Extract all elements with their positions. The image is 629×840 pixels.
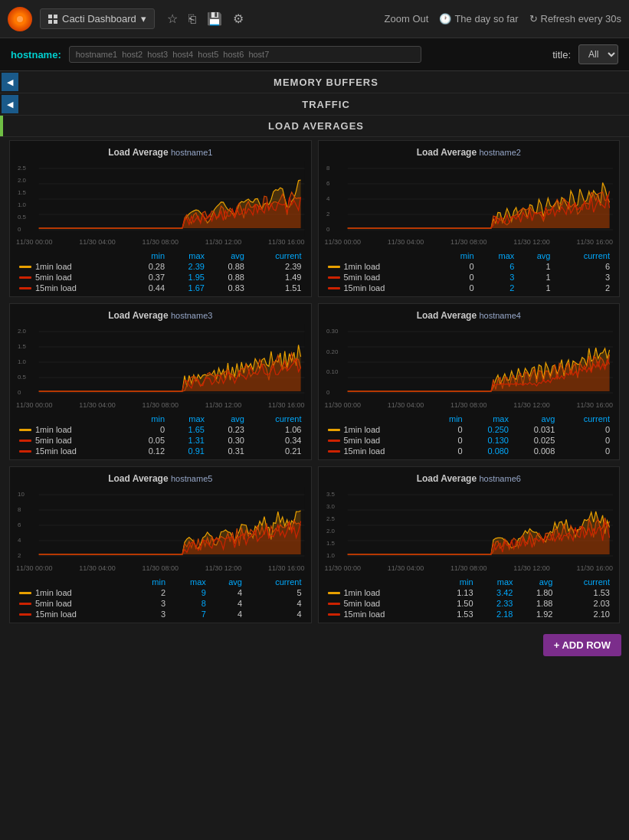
title-filter-select[interactable]: All — [578, 44, 618, 64]
chart-title-3: Load Average hostname3 — [16, 310, 305, 321]
table-row: 5min load0.051.310.300.34 — [16, 435, 305, 446]
memory-buffers-toggle[interactable]: ◀ — [2, 73, 18, 91]
refresh-label: Refresh every 30s — [541, 13, 622, 25]
chart-title-4: Load Average hostname4 — [325, 310, 614, 321]
stats-table-6: minmaxavgcurrent1min load1.133.421.801.5… — [325, 577, 614, 619]
table-row: 15min load1.532.181.922.10 — [325, 609, 614, 619]
svg-text:2.5: 2.5 — [326, 515, 335, 522]
svg-text:2.0: 2.0 — [18, 177, 27, 184]
svg-text:4: 4 — [326, 195, 329, 202]
stats-table-1: minmaxavgcurrent1min load0.282.390.882.3… — [16, 250, 305, 293]
chart-panel-4: Load Average hostname40.300.200.10011/30… — [318, 303, 621, 460]
svg-text:1.5: 1.5 — [18, 343, 27, 350]
svg-text:2.0: 2.0 — [326, 528, 335, 534]
chart-xaxis-6: 11/30 00:0011/30 04:0011/30 08:0011/30 1… — [325, 564, 614, 572]
refresh-picker[interactable]: ↻ Refresh every 30s — [529, 13, 622, 25]
dashboard-dropdown-button[interactable]: Cacti Dashboard ▾ — [40, 8, 155, 29]
stats-table-2: minmaxavgcurrent1min load06165min load03… — [325, 250, 614, 293]
settings-icon[interactable]: ⚙ — [233, 11, 244, 26]
svg-text:8: 8 — [18, 506, 21, 513]
dropdown-arrow: ▾ — [141, 13, 146, 25]
svg-text:1.0: 1.0 — [18, 201, 27, 208]
time-range-picker[interactable]: 🕐 The day so far — [439, 13, 518, 25]
table-row: 15min load3744 — [16, 609, 305, 619]
table-row: 1min load01.650.231.06 — [16, 424, 305, 435]
load-averages-section: LOAD AVERAGES — [0, 116, 629, 137]
svg-text:0.30: 0.30 — [326, 328, 338, 335]
svg-text:0: 0 — [326, 226, 329, 233]
time-range-label: The day so far — [454, 13, 518, 25]
topbar-right: Zoom Out 🕐 The day so far ↻ Refresh ever… — [385, 13, 621, 25]
traffic-section: ◀ TRAFFIC — [0, 93, 629, 116]
table-row: 15min load0.120.910.310.21 — [16, 446, 305, 456]
load-averages-label: LOAD AVERAGES — [3, 116, 629, 136]
save-icon[interactable]: 💾 — [207, 11, 222, 26]
memory-buffers-label: MEMORY BUFFERS — [23, 72, 629, 93]
refresh-icon: ↻ — [529, 13, 538, 25]
svg-text:0: 0 — [18, 226, 21, 233]
svg-text:2.0: 2.0 — [18, 328, 27, 335]
chart-title-1: Load Average hostname1 — [16, 147, 305, 158]
add-row-section: + ADD ROW — [0, 626, 629, 664]
svg-text:0.5: 0.5 — [18, 374, 27, 381]
chart-title-5: Load Average hostname5 — [16, 473, 305, 484]
table-row: 5min load0313 — [325, 272, 614, 283]
svg-text:2: 2 — [326, 211, 329, 217]
chart-svg-5: 108642 — [16, 487, 305, 564]
svg-text:1.0: 1.0 — [326, 552, 335, 559]
table-row: 5min load1.502.331.882.03 — [325, 598, 614, 609]
filterbar: hostname: title: All — [0, 38, 629, 71]
svg-text:3.0: 3.0 — [326, 503, 335, 510]
grafana-logo — [8, 7, 32, 31]
chart-svg-3: 2.01.51.00.50 — [16, 324, 305, 400]
table-row: 5min load3844 — [16, 598, 305, 609]
chart-svg-4: 0.300.200.100 — [325, 324, 614, 400]
chart-xaxis-5: 11/30 00:0011/30 04:0011/30 08:0011/30 1… — [16, 564, 305, 572]
chart-panel-6: Load Average hostname63.53.02.52.01.51.0… — [318, 466, 621, 623]
table-row: 1min load2945 — [16, 587, 305, 598]
svg-text:6: 6 — [326, 180, 329, 187]
chart-panel-3: Load Average hostname32.01.51.00.5011/30… — [9, 303, 312, 460]
chart-panel-5: Load Average hostname510864211/30 00:001… — [9, 466, 312, 623]
svg-text:6: 6 — [18, 521, 21, 528]
table-row: 1min load00.2500.0310 — [325, 424, 614, 435]
chart-xaxis-4: 11/30 00:0011/30 04:0011/30 08:0011/30 1… — [325, 401, 614, 409]
chart-svg-1: 2.52.01.51.00.50 — [16, 161, 305, 237]
charts-grid: Load Average hostname12.52.01.51.00.5011… — [0, 137, 629, 626]
svg-text:8: 8 — [326, 165, 329, 172]
star-icon[interactable]: ☆ — [167, 11, 178, 26]
add-row-button[interactable]: + ADD ROW — [543, 634, 621, 656]
clock-icon: 🕐 — [439, 13, 451, 25]
title-filter-label: title: — [552, 49, 571, 60]
chart-xaxis-3: 11/30 00:0011/30 04:0011/30 08:0011/30 1… — [16, 401, 305, 409]
chart-svg-2: 86420 — [325, 161, 614, 237]
svg-text:0.10: 0.10 — [326, 368, 338, 375]
hostname-input[interactable] — [69, 46, 421, 63]
memory-buffers-section: ◀ MEMORY BUFFERS — [0, 71, 629, 93]
chart-title-2: Load Average hostname2 — [325, 147, 614, 158]
svg-text:0: 0 — [326, 389, 329, 396]
hostname-label: hostname: — [11, 49, 61, 60]
zoom-out-button[interactable]: Zoom Out — [385, 13, 429, 25]
svg-text:0.20: 0.20 — [326, 348, 338, 355]
traffic-label: TRAFFIC — [23, 94, 629, 115]
svg-text:1.0: 1.0 — [18, 358, 27, 365]
svg-text:4: 4 — [18, 537, 21, 544]
svg-point-1 — [17, 16, 23, 22]
table-row: 5min load00.1300.0250 — [325, 435, 614, 446]
svg-text:1.5: 1.5 — [18, 189, 27, 196]
topbar: Cacti Dashboard ▾ ☆ ⎗ 💾 ⚙ Zoom Out 🕐 The… — [0, 0, 629, 38]
table-row: 15min load0.441.670.831.51 — [16, 283, 305, 293]
stats-table-5: minmaxavgcurrent1min load29455min load38… — [16, 577, 305, 619]
chart-panel-1: Load Average hostname12.52.01.51.00.5011… — [9, 140, 312, 297]
svg-text:3.5: 3.5 — [326, 491, 335, 498]
share-icon[interactable]: ⎗ — [188, 12, 196, 26]
chart-xaxis-2: 11/30 00:0011/30 04:0011/30 08:0011/30 1… — [325, 238, 614, 246]
chart-title-6: Load Average hostname6 — [325, 473, 614, 484]
svg-text:10: 10 — [18, 491, 25, 498]
grid-icon — [48, 15, 57, 24]
table-row: 15min load0212 — [325, 283, 614, 293]
table-row: 15min load00.0800.0080 — [325, 446, 614, 456]
traffic-toggle[interactable]: ◀ — [2, 95, 18, 113]
svg-text:2: 2 — [18, 552, 21, 559]
